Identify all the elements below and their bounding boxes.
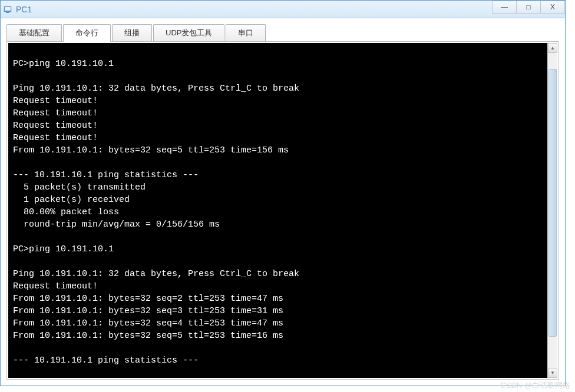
application-window: PC1 — □ X 基础配置 命令行 组播 UDP发包工具 串口 PC>ping… [0, 0, 566, 386]
svg-rect-2 [6, 12, 9, 13]
scrollbar: ▲ ▼ [547, 43, 557, 378]
terminal[interactable]: PC>ping 10.191.10.1 Ping 10.191.10.1: 32… [8, 43, 547, 378]
tab-label: 基础配置 [19, 28, 49, 38]
titlebar: PC1 — □ X [1, 1, 565, 18]
scroll-track[interactable] [548, 53, 557, 368]
svg-rect-1 [5, 7, 11, 11]
tab-label: 组播 [124, 28, 140, 38]
window-controls: — □ X [493, 1, 565, 14]
close-button[interactable]: X [540, 1, 565, 14]
tab-basic-config[interactable]: 基础配置 [6, 24, 62, 41]
close-icon: X [550, 3, 555, 11]
tab-label: 命令行 [75, 28, 98, 38]
scroll-up-button[interactable]: ▲ [548, 43, 557, 53]
scroll-thumb[interactable] [548, 69, 557, 337]
watermark: CSDN @白话聊网络 [500, 380, 570, 391]
chevron-down-icon: ▼ [550, 370, 555, 376]
scroll-down-button[interactable]: ▼ [548, 368, 557, 378]
terminal-container: PC>ping 10.191.10.1 Ping 10.191.10.1: 32… [6, 42, 559, 380]
maximize-icon: □ [526, 3, 530, 11]
minimize-button[interactable]: — [492, 1, 517, 14]
tab-command-line[interactable]: 命令行 [63, 24, 111, 42]
window-title: PC1 [16, 5, 32, 14]
app-icon [3, 5, 12, 14]
chevron-up-icon: ▲ [550, 45, 555, 51]
tab-multicast[interactable]: 组播 [112, 24, 152, 41]
tab-bar: 基础配置 命令行 组播 UDP发包工具 串口 [6, 24, 559, 42]
tab-serial-port[interactable]: 串口 [226, 24, 266, 41]
tab-label: 串口 [238, 28, 253, 38]
tab-udp-packet-tool[interactable]: UDP发包工具 [153, 24, 224, 41]
minimize-icon: — [501, 3, 508, 11]
tab-label: UDP发包工具 [166, 28, 212, 38]
content-area: 基础配置 命令行 组播 UDP发包工具 串口 PC>ping 10.191.10… [1, 18, 565, 386]
maximize-button[interactable]: □ [516, 1, 541, 14]
